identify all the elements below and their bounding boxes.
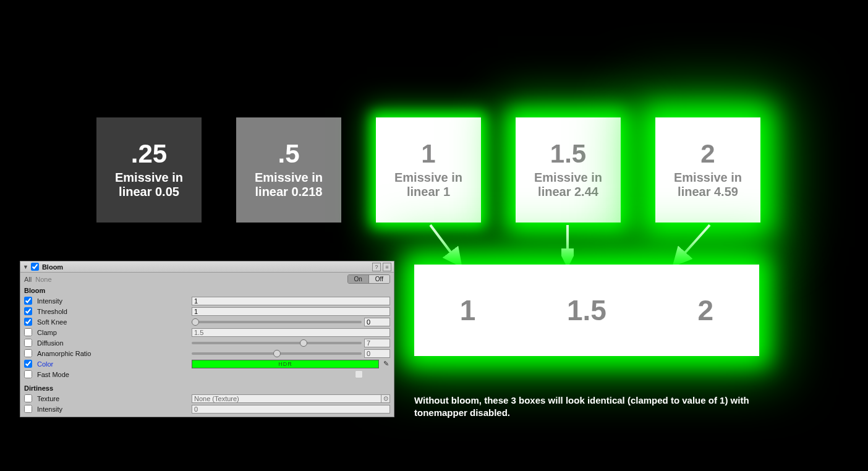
emissive-value: 1 xyxy=(421,141,435,167)
diffusion-slider[interactable] xyxy=(192,339,362,347)
prop-fast-mode: Fast Mode xyxy=(20,369,394,380)
emissive-label: Emissive in xyxy=(115,171,183,185)
intensity-input[interactable] xyxy=(192,297,390,305)
soft-knee-slider[interactable] xyxy=(192,318,362,326)
section-heading: Bloom xyxy=(20,286,394,295)
emissive-sample-box: 2 Emissive in linear 4.59 xyxy=(655,117,760,223)
merged-value: 1 xyxy=(460,294,476,327)
emissive-linear: linear 0.05 xyxy=(119,185,179,199)
arrow-icon xyxy=(427,223,464,266)
prop-label: Soft Knee xyxy=(37,318,192,326)
prop-anamorphic-ratio: Anamorphic Ratio xyxy=(20,348,394,359)
prop-intensity: Intensity xyxy=(20,295,394,306)
fast-mode-checkbox[interactable] xyxy=(355,370,363,378)
override-checkbox[interactable] xyxy=(24,349,32,357)
prop-label: Diffusion xyxy=(37,339,192,347)
emissive-sample-box: .5 Emissive in linear 0.218 xyxy=(236,117,341,223)
arrow-icon xyxy=(561,224,574,265)
merged-value: 1.5 xyxy=(567,294,606,327)
emissive-sample-box: 1.5 Emissive in linear 2.44 xyxy=(516,117,621,223)
emissive-value: 2 xyxy=(700,141,715,167)
emissive-label: Emissive in xyxy=(674,171,742,185)
dirt-intensity-input[interactable] xyxy=(192,405,390,414)
prop-soft-knee: Soft Knee xyxy=(20,316,394,327)
on-off-toggle[interactable]: On Off xyxy=(347,274,391,284)
override-checkbox[interactable] xyxy=(24,328,32,336)
prop-label: Fast Mode xyxy=(37,371,192,378)
diffusion-value[interactable] xyxy=(364,339,390,347)
prop-clamp: Clamp xyxy=(20,327,394,337)
threshold-input[interactable] xyxy=(192,307,390,316)
emissive-value: 1.5 xyxy=(550,141,586,167)
soft-knee-value[interactable] xyxy=(364,318,390,326)
emissive-linear: linear 1 xyxy=(407,185,450,199)
svg-line-2 xyxy=(679,225,710,260)
emissive-sample-box: .25 Emissive in linear 0.05 xyxy=(96,117,202,223)
toggle-on[interactable]: On xyxy=(348,275,369,283)
emissive-linear: linear 0.218 xyxy=(255,185,323,199)
section-heading: Dirtiness xyxy=(20,383,394,393)
panel-header[interactable]: ▼ Bloom ? ≡ xyxy=(20,261,394,273)
bloom-inspector-panel: ▼ Bloom ? ≡ All None On Off Bloom Intens… xyxy=(20,261,394,417)
emissive-value: .5 xyxy=(278,141,299,167)
arrow-icon xyxy=(671,223,715,266)
override-checkbox[interactable] xyxy=(24,318,32,326)
component-enable-checkbox[interactable] xyxy=(31,263,39,271)
prop-label: Anamorphic Ratio xyxy=(37,350,192,357)
context-icon[interactable]: ≡ xyxy=(383,263,391,271)
svg-line-0 xyxy=(430,225,456,260)
texture-input[interactable] xyxy=(192,394,381,403)
prop-diffusion: Diffusion xyxy=(20,337,394,348)
emissive-linear: linear 2.44 xyxy=(538,185,598,199)
color-swatch[interactable]: HDR xyxy=(192,360,379,368)
merged-emissive-box: 1 1.5 2 xyxy=(414,265,759,356)
override-none-button[interactable]: None xyxy=(35,276,51,283)
prop-label: Clamp xyxy=(37,329,192,336)
override-checkbox[interactable] xyxy=(24,360,32,368)
prop-label: Color xyxy=(37,360,192,368)
toggle-off[interactable]: Off xyxy=(369,275,389,283)
override-checkbox[interactable] xyxy=(24,370,32,378)
prop-threshold: Threshold xyxy=(20,306,394,316)
anamorphic-slider[interactable] xyxy=(192,350,362,357)
caption-text: Without bloom, these 3 boxes will look i… xyxy=(414,394,798,420)
override-checkbox[interactable] xyxy=(24,297,32,305)
prop-label: Intensity xyxy=(37,297,192,305)
prop-label: Intensity xyxy=(37,405,192,413)
prop-dirt-intensity: Intensity xyxy=(20,404,394,414)
override-all-none-row: All None On Off xyxy=(20,273,394,286)
merged-value: 2 xyxy=(698,294,714,327)
prop-dirt-texture: Texture ⊙ xyxy=(20,393,394,404)
prop-label: Threshold xyxy=(37,308,192,315)
emissive-sample-box: 1 Emissive in linear 1 xyxy=(376,117,481,223)
emissive-label: Emissive in xyxy=(255,171,323,185)
foldout-icon[interactable]: ▼ xyxy=(23,264,28,270)
prop-color: Color HDR ✎ xyxy=(20,359,394,369)
override-checkbox[interactable] xyxy=(24,307,32,315)
eyedropper-icon[interactable]: ✎ xyxy=(381,360,390,368)
emissive-label: Emissive in xyxy=(534,171,602,185)
anamorphic-value[interactable] xyxy=(364,349,390,358)
override-checkbox[interactable] xyxy=(24,405,32,413)
override-all-button[interactable]: All xyxy=(24,276,32,283)
help-icon[interactable]: ? xyxy=(372,263,381,271)
object-picker-icon[interactable]: ⊙ xyxy=(381,394,390,403)
override-checkbox[interactable] xyxy=(24,339,32,347)
clamp-input[interactable] xyxy=(192,328,390,337)
emissive-value: .25 xyxy=(131,141,167,167)
override-checkbox[interactable] xyxy=(24,394,32,402)
panel-title: Bloom xyxy=(42,263,370,271)
emissive-label: Emissive in xyxy=(394,171,462,185)
prop-label: Texture xyxy=(37,395,192,402)
emissive-linear: linear 4.59 xyxy=(678,185,738,199)
